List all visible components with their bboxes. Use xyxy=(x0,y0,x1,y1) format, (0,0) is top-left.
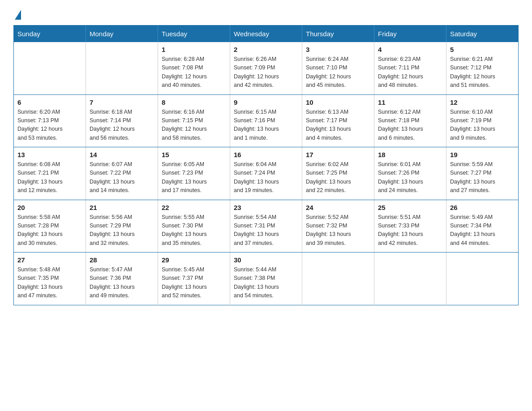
day-number: 17 xyxy=(306,151,370,158)
day-info: Sunrise: 5:44 AM Sunset: 7:38 PM Dayligh… xyxy=(234,265,298,300)
day-info: Sunrise: 6:24 AM Sunset: 7:10 PM Dayligh… xyxy=(306,55,370,90)
day-info: Sunrise: 6:08 AM Sunset: 7:21 PM Dayligh… xyxy=(17,160,82,195)
calendar-header-row: SundayMondayTuesdayWednesdayThursdayFrid… xyxy=(14,26,519,43)
calendar-cell: 9Sunrise: 6:15 AM Sunset: 7:16 PM Daylig… xyxy=(230,94,302,147)
calendar-cell: 20Sunrise: 5:58 AM Sunset: 7:28 PM Dayli… xyxy=(14,200,86,253)
calendar-cell: 13Sunrise: 6:08 AM Sunset: 7:21 PM Dayli… xyxy=(14,147,86,200)
day-info: Sunrise: 5:47 AM Sunset: 7:36 PM Dayligh… xyxy=(90,265,154,300)
calendar-cell: 10Sunrise: 6:13 AM Sunset: 7:17 PM Dayli… xyxy=(302,94,374,147)
day-number: 24 xyxy=(306,204,370,211)
calendar-week-row: 27Sunrise: 5:48 AM Sunset: 7:35 PM Dayli… xyxy=(14,253,519,305)
calendar-cell xyxy=(302,253,374,305)
day-info: Sunrise: 6:23 AM Sunset: 7:11 PM Dayligh… xyxy=(378,55,442,90)
day-number: 16 xyxy=(234,151,298,158)
day-number: 9 xyxy=(234,98,298,106)
day-number: 7 xyxy=(90,98,154,106)
calendar-cell: 2Sunrise: 6:26 AM Sunset: 7:09 PM Daylig… xyxy=(230,42,302,94)
day-info: Sunrise: 6:07 AM Sunset: 7:22 PM Dayligh… xyxy=(90,160,154,195)
calendar-cell: 24Sunrise: 5:52 AM Sunset: 7:32 PM Dayli… xyxy=(302,200,374,253)
day-info: Sunrise: 5:48 AM Sunset: 7:35 PM Dayligh… xyxy=(17,265,82,300)
calendar-cell: 21Sunrise: 5:56 AM Sunset: 7:29 PM Dayli… xyxy=(86,200,158,253)
day-number: 30 xyxy=(234,256,298,264)
day-info: Sunrise: 6:13 AM Sunset: 7:17 PM Dayligh… xyxy=(306,108,370,143)
calendar-week-row: 1Sunrise: 6:28 AM Sunset: 7:08 PM Daylig… xyxy=(14,42,519,94)
calendar-cell: 27Sunrise: 5:48 AM Sunset: 7:35 PM Dayli… xyxy=(14,253,86,305)
day-number: 12 xyxy=(450,98,515,106)
day-number: 15 xyxy=(162,151,226,158)
page-header xyxy=(13,9,519,17)
day-info: Sunrise: 5:55 AM Sunset: 7:30 PM Dayligh… xyxy=(162,213,226,248)
calendar-week-row: 6Sunrise: 6:20 AM Sunset: 7:13 PM Daylig… xyxy=(14,94,519,147)
weekday-header-thursday: Thursday xyxy=(302,26,374,43)
day-number: 22 xyxy=(162,204,226,211)
calendar-cell: 6Sunrise: 6:20 AM Sunset: 7:13 PM Daylig… xyxy=(14,94,86,147)
day-info: Sunrise: 6:15 AM Sunset: 7:16 PM Dayligh… xyxy=(234,108,298,143)
calendar-cell: 8Sunrise: 6:16 AM Sunset: 7:15 PM Daylig… xyxy=(158,94,230,147)
calendar-cell: 19Sunrise: 5:59 AM Sunset: 7:27 PM Dayli… xyxy=(446,147,519,200)
day-number: 11 xyxy=(378,98,442,106)
day-number: 8 xyxy=(162,98,226,106)
calendar-cell xyxy=(86,42,158,94)
calendar-cell: 12Sunrise: 6:10 AM Sunset: 7:19 PM Dayli… xyxy=(446,94,519,147)
day-number: 28 xyxy=(90,256,154,264)
day-info: Sunrise: 5:59 AM Sunset: 7:27 PM Dayligh… xyxy=(450,160,515,195)
day-number: 2 xyxy=(234,46,298,53)
day-info: Sunrise: 6:01 AM Sunset: 7:26 PM Dayligh… xyxy=(378,160,442,195)
calendar-cell: 11Sunrise: 6:12 AM Sunset: 7:18 PM Dayli… xyxy=(374,94,446,147)
day-number: 1 xyxy=(162,46,226,53)
day-number: 6 xyxy=(17,98,82,106)
calendar-cell: 17Sunrise: 6:02 AM Sunset: 7:25 PM Dayli… xyxy=(302,147,374,200)
logo xyxy=(13,9,21,17)
calendar-cell xyxy=(446,253,519,305)
day-info: Sunrise: 6:02 AM Sunset: 7:25 PM Dayligh… xyxy=(306,160,370,195)
day-info: Sunrise: 6:16 AM Sunset: 7:15 PM Dayligh… xyxy=(162,108,226,143)
day-number: 23 xyxy=(234,204,298,211)
day-number: 20 xyxy=(17,204,82,211)
day-number: 25 xyxy=(378,204,442,211)
day-number: 4 xyxy=(378,46,442,53)
calendar-cell: 22Sunrise: 5:55 AM Sunset: 7:30 PM Dayli… xyxy=(158,200,230,253)
day-info: Sunrise: 6:04 AM Sunset: 7:24 PM Dayligh… xyxy=(234,160,298,195)
day-info: Sunrise: 5:54 AM Sunset: 7:31 PM Dayligh… xyxy=(234,213,298,248)
day-info: Sunrise: 6:20 AM Sunset: 7:13 PM Dayligh… xyxy=(17,108,82,143)
calendar-cell: 23Sunrise: 5:54 AM Sunset: 7:31 PM Dayli… xyxy=(230,200,302,253)
calendar-cell: 15Sunrise: 6:05 AM Sunset: 7:23 PM Dayli… xyxy=(158,147,230,200)
calendar-cell xyxy=(374,253,446,305)
weekday-header-tuesday: Tuesday xyxy=(158,26,230,43)
calendar-cell: 14Sunrise: 6:07 AM Sunset: 7:22 PM Dayli… xyxy=(86,147,158,200)
day-info: Sunrise: 6:10 AM Sunset: 7:19 PM Dayligh… xyxy=(450,108,515,143)
day-number: 29 xyxy=(162,256,226,264)
calendar-cell: 7Sunrise: 6:18 AM Sunset: 7:14 PM Daylig… xyxy=(86,94,158,147)
logo-triangle-icon xyxy=(15,10,21,20)
day-info: Sunrise: 5:51 AM Sunset: 7:33 PM Dayligh… xyxy=(378,213,442,248)
day-number: 14 xyxy=(90,151,154,158)
calendar-cell: 29Sunrise: 5:45 AM Sunset: 7:37 PM Dayli… xyxy=(158,253,230,305)
day-info: Sunrise: 6:12 AM Sunset: 7:18 PM Dayligh… xyxy=(378,108,442,143)
day-info: Sunrise: 6:26 AM Sunset: 7:09 PM Dayligh… xyxy=(234,55,298,90)
day-info: Sunrise: 6:05 AM Sunset: 7:23 PM Dayligh… xyxy=(162,160,226,195)
day-info: Sunrise: 6:18 AM Sunset: 7:14 PM Dayligh… xyxy=(90,108,154,143)
day-info: Sunrise: 6:28 AM Sunset: 7:08 PM Dayligh… xyxy=(162,55,226,90)
calendar-cell: 1Sunrise: 6:28 AM Sunset: 7:08 PM Daylig… xyxy=(158,42,230,94)
day-info: Sunrise: 5:49 AM Sunset: 7:34 PM Dayligh… xyxy=(450,213,515,248)
calendar-cell: 26Sunrise: 5:49 AM Sunset: 7:34 PM Dayli… xyxy=(446,200,519,253)
day-number: 18 xyxy=(378,151,442,158)
weekday-header-wednesday: Wednesday xyxy=(230,26,302,43)
calendar-cell: 30Sunrise: 5:44 AM Sunset: 7:38 PM Dayli… xyxy=(230,253,302,305)
calendar-cell: 16Sunrise: 6:04 AM Sunset: 7:24 PM Dayli… xyxy=(230,147,302,200)
weekday-header-friday: Friday xyxy=(374,26,446,43)
calendar-week-row: 20Sunrise: 5:58 AM Sunset: 7:28 PM Dayli… xyxy=(14,200,519,253)
weekday-header-sunday: Sunday xyxy=(14,26,86,43)
calendar-table: SundayMondayTuesdayWednesdayThursdayFrid… xyxy=(13,25,519,305)
day-number: 13 xyxy=(17,151,82,158)
calendar-cell: 5Sunrise: 6:21 AM Sunset: 7:12 PM Daylig… xyxy=(446,42,519,94)
day-info: Sunrise: 5:58 AM Sunset: 7:28 PM Dayligh… xyxy=(17,213,82,248)
day-number: 19 xyxy=(450,151,515,158)
calendar-cell: 3Sunrise: 6:24 AM Sunset: 7:10 PM Daylig… xyxy=(302,42,374,94)
day-number: 5 xyxy=(450,46,515,53)
day-info: Sunrise: 5:45 AM Sunset: 7:37 PM Dayligh… xyxy=(162,265,226,300)
day-number: 27 xyxy=(17,256,82,264)
weekday-header-saturday: Saturday xyxy=(446,26,519,43)
weekday-header-monday: Monday xyxy=(86,26,158,43)
calendar-cell: 25Sunrise: 5:51 AM Sunset: 7:33 PM Dayli… xyxy=(374,200,446,253)
